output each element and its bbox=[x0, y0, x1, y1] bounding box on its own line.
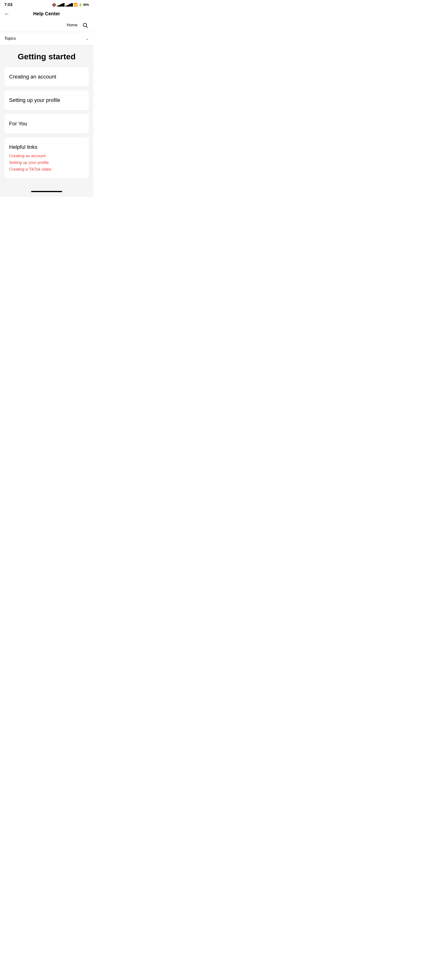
battery-icon: 🔋 bbox=[79, 3, 82, 6]
search-icon bbox=[82, 22, 88, 28]
svg-line-1 bbox=[86, 26, 88, 28]
helpful-link-tiktok-video[interactable]: Creating a TikTok video bbox=[9, 167, 84, 172]
card-creating-account[interactable]: Creating an account bbox=[4, 67, 89, 87]
card-for-you[interactable]: For You bbox=[4, 114, 89, 134]
helpful-links-title: Helpful links bbox=[9, 144, 84, 150]
signal-icon-2: ▂▄▆█ bbox=[65, 3, 73, 6]
home-link[interactable]: Home bbox=[67, 23, 78, 27]
topics-label: Topics bbox=[4, 36, 16, 41]
helpful-link-setting-profile[interactable]: Setting up your profile bbox=[9, 160, 84, 165]
helpful-link-creating-account[interactable]: Creating an account bbox=[9, 154, 84, 158]
header: ← Help Center bbox=[0, 9, 93, 19]
signal-icon: ▂▄▆█ bbox=[57, 3, 64, 6]
chevron-down-icon: ⌄ bbox=[86, 36, 89, 41]
card-title-creating-account: Creating an account bbox=[9, 74, 56, 80]
status-bar: 7:03 🔕 ▂▄▆█ ▂▄▆█ 📶 🔋 85% bbox=[0, 0, 93, 9]
section-title: Getting started bbox=[4, 52, 89, 61]
card-title-for-you: For You bbox=[9, 121, 27, 127]
nav-row: Home bbox=[0, 19, 93, 32]
card-title-setting-profile: Setting up your profile bbox=[9, 97, 60, 103]
mute-icon: 🔕 bbox=[52, 3, 56, 7]
main-content: Getting started Creating an account Sett… bbox=[0, 45, 93, 188]
battery-level: 85% bbox=[83, 3, 89, 6]
card-setting-profile[interactable]: Setting up your profile bbox=[4, 91, 89, 110]
topics-row[interactable]: Topics ⌄ bbox=[0, 32, 93, 45]
wifi-icon: 📶 bbox=[74, 3, 78, 7]
bottom-bar bbox=[0, 188, 93, 197]
status-time: 7:03 bbox=[4, 2, 13, 7]
home-indicator bbox=[31, 191, 62, 192]
back-button[interactable]: ← bbox=[4, 11, 10, 17]
status-icons: 🔕 ▂▄▆█ ▂▄▆█ 📶 🔋 85% bbox=[52, 3, 89, 7]
search-button[interactable] bbox=[81, 21, 89, 29]
page-title: Help Center bbox=[33, 11, 60, 16]
card-helpful-links: Helpful links Creating an account Settin… bbox=[4, 137, 89, 178]
